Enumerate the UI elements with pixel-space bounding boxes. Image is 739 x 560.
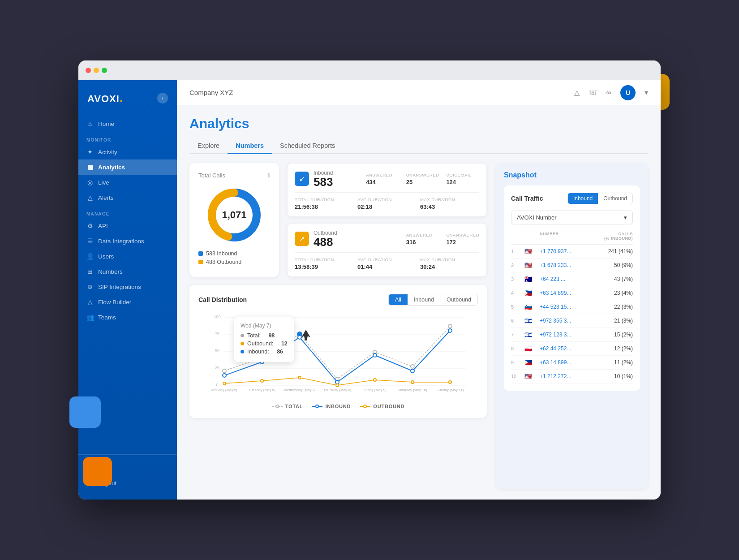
sidebar-item-users[interactable]: 👤 Users: [78, 249, 177, 264]
row-number[interactable]: +1 678 233...: [540, 262, 611, 268]
sidebar-logo-area: AVOXI. ‹: [78, 80, 177, 112]
inbound-legend-label: 583 Inbound: [206, 250, 237, 257]
outbound-top-metrics: Answered 316 Unanswered 172: [406, 233, 479, 246]
row-flag: 🇺🇸: [524, 262, 537, 269]
sidebar-item-analytics[interactable]: ▦ Analytics: [78, 159, 177, 175]
row-calls: 15 (2%): [614, 332, 633, 338]
row-number[interactable]: +64 223 ...: [540, 276, 611, 282]
sidebar-item-activity[interactable]: ✦ Activity: [78, 144, 177, 159]
inbound-type-info: Inbound 583: [314, 170, 333, 188]
sidebar-item-sip[interactable]: ⊕ SIP Integrations: [78, 279, 177, 294]
voicemail-icon[interactable]: ∞: [606, 89, 611, 97]
user-dropdown-chevron[interactable]: ▾: [644, 88, 648, 97]
tab-explore[interactable]: Explore: [189, 138, 228, 154]
sidebar-item-alerts[interactable]: △ Alerts: [78, 190, 177, 205]
tooltip-date: Wed (May 7): [241, 323, 288, 329]
traffic-outbound-button[interactable]: Outbound: [598, 193, 632, 204]
table-row: 8 🇵🇱 +62 44 252... 12 (2%): [511, 342, 633, 356]
sidebar-item-data-integrations[interactable]: ☰ Data Integrations: [78, 233, 177, 249]
inbound-duration-metrics: Total Duration 21:56:38 Avg Duration 02:…: [295, 192, 479, 210]
sidebar-item-teams[interactable]: 👥 Teams: [78, 310, 177, 325]
outbound-answered: Answered 316: [406, 233, 439, 246]
row-flag: 🇮🇱: [524, 331, 537, 338]
outbound-avg-duration: Avg Duration 01:44: [357, 257, 417, 270]
tab-scheduled-reports[interactable]: Scheduled Reports: [272, 138, 343, 154]
outbound-unanswered: Unanswered 172: [446, 233, 479, 246]
inbound-number: 583: [314, 176, 333, 188]
filter-outbound-button[interactable]: Outbound: [440, 294, 477, 305]
chart-header: Call Distribution All Inbound Outbound: [198, 294, 478, 306]
inbound-legend-item: 583 Inbound: [198, 250, 270, 257]
row-calls: 50 (9%): [614, 262, 633, 268]
stats-row: Total Calls ℹ: [189, 163, 487, 277]
table-row: 1 🇺🇸 +1 770 937... 241 (41%): [511, 245, 633, 258]
avoxi-number-dropdown[interactable]: AVOXI Number ▾: [511, 211, 633, 224]
row-number[interactable]: +63 14 899...: [540, 359, 611, 366]
svg-point-20: [223, 374, 226, 377]
row-number[interactable]: +44 523 15...: [540, 304, 611, 310]
legend-total-label: TOTAL: [285, 404, 303, 409]
phone-icon[interactable]: ☏: [589, 88, 597, 97]
info-icon[interactable]: ℹ: [268, 172, 270, 179]
row-number[interactable]: +62 44 252...: [540, 345, 611, 352]
row-number[interactable]: +63 14 899...: [540, 290, 611, 296]
sidebar-item-numbers[interactable]: ⊞ Numbers: [78, 264, 177, 279]
row-number[interactable]: +1 770 937...: [540, 248, 606, 254]
outbound-stat-card: ↗ Outbound 488 Answered: [287, 223, 487, 277]
row-number[interactable]: +1 212 272...: [540, 373, 611, 379]
home-icon: ⌂: [86, 120, 94, 127]
donut-container: 1,071 583 Inbound: [198, 186, 270, 267]
filter-all-button[interactable]: All: [389, 294, 408, 305]
svg-point-18: [411, 365, 414, 368]
svg-text:Sunday (May 11): Sunday (May 11): [437, 388, 464, 392]
svg-point-31: [374, 379, 376, 381]
svg-point-47: [364, 405, 366, 408]
inbound-card-header: ↙ Inbound 583 ANSWERED: [295, 170, 479, 188]
users-icon: 👤: [86, 253, 94, 260]
call-distribution-card: Call Distribution All Inbound Outbound: [189, 285, 487, 418]
col-header-number: NUMBER: [540, 232, 602, 241]
col-header-rank: [511, 232, 522, 241]
outbound-legend-dot: [198, 260, 203, 264]
outbound-max-duration: Max Duration 30:24: [420, 257, 479, 270]
close-dot[interactable]: [86, 68, 91, 73]
row-num: 7: [511, 332, 522, 337]
donut-legend: 583 Inbound 488 Outbound: [198, 250, 270, 267]
table-row: 3 🇦🇺 +64 223 ... 43 (7%): [511, 272, 633, 286]
user-avatar[interactable]: U: [620, 85, 636, 100]
outbound-card-header: ↗ Outbound 488 Answered: [295, 230, 479, 248]
inbound-icon: ↙: [295, 172, 309, 186]
row-num: 4: [511, 290, 522, 296]
row-flag: 🇸🇮: [524, 303, 537, 310]
svg-text:Thursday (May 8): Thursday (May 8): [323, 388, 352, 392]
row-flag: 🇵🇭: [524, 359, 537, 366]
row-calls: 43 (7%): [614, 276, 633, 282]
sidebar-item-live[interactable]: ◎ Live: [78, 175, 177, 190]
sidebar-item-home[interactable]: ⌂ Home: [78, 116, 177, 131]
tooltip-total-dot: [241, 334, 244, 337]
sidebar-collapse-button[interactable]: ‹: [157, 93, 168, 103]
dropdown-chevron-icon: ▾: [624, 214, 627, 221]
left-panel: Total Calls ℹ: [189, 163, 487, 489]
row-flag: 🇺🇸: [524, 248, 537, 255]
row-flag: 🇦🇺: [524, 276, 537, 283]
minimize-dot[interactable]: [94, 68, 99, 73]
sidebar-flow-label: Flow Builder: [98, 299, 131, 306]
tab-numbers[interactable]: Numbers: [228, 138, 272, 154]
maximize-dot[interactable]: [102, 68, 107, 73]
sidebar-item-flow-builder[interactable]: △ Flow Builder: [78, 294, 177, 310]
donut-chart: 1,071: [205, 186, 263, 244]
row-calls: 241 (41%): [608, 248, 633, 254]
chart-title: Call Distribution: [198, 296, 247, 303]
row-number[interactable]: +972 123 3...: [540, 332, 611, 338]
filter-inbound-button[interactable]: Inbound: [408, 294, 440, 305]
traffic-inbound-button[interactable]: Inbound: [568, 193, 598, 204]
svg-marker-41: [301, 330, 310, 340]
svg-text:Tuesday (May 6): Tuesday (May 6): [249, 388, 275, 392]
svg-point-29: [298, 376, 301, 379]
row-number[interactable]: +972 355 3...: [540, 318, 611, 324]
call-traffic-header: Call Traffic Inbound Outbound: [511, 193, 633, 204]
sidebar-item-api[interactable]: ⚙ API: [78, 218, 177, 233]
browser-titlebar: [78, 60, 661, 80]
alert-bell-icon[interactable]: △: [574, 88, 580, 97]
